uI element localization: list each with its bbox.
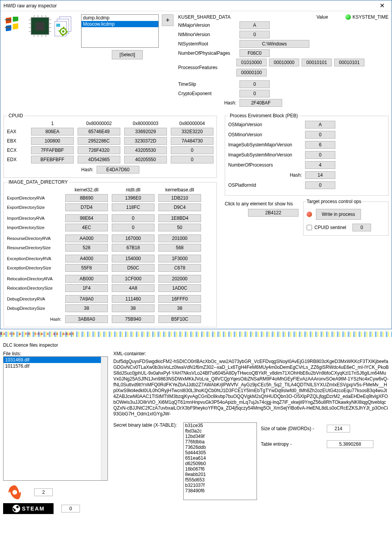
idd-cell[interactable]: 38	[158, 304, 201, 312]
idd-cell[interactable]: AA000	[65, 234, 108, 242]
xtable-entropy-value[interactable]: 5.3890268	[327, 440, 373, 448]
timeslip-value[interactable]: 0	[239, 80, 270, 88]
cpuid-cell[interactable]: 806EA	[31, 128, 74, 135]
dump-file-item[interactable]: dump.licdmp	[82, 15, 158, 21]
idd-hash-cell[interactable]: 75B940	[112, 315, 154, 323]
xtable-item[interactable]: 5d444305	[184, 450, 257, 455]
idd-cell[interactable]: 528	[65, 244, 108, 252]
idd-hash-cell[interactable]: 3AB8A0	[65, 315, 108, 323]
idd-cell[interactable]: 8B690	[65, 194, 108, 202]
cpuid-cell[interactable]: 7A484730	[171, 137, 213, 145]
cpuid-cell[interactable]: 726F4320	[78, 146, 120, 154]
cpuid-cell[interactable]: 33692029	[124, 128, 167, 135]
proc-feature-value[interactable]: 00000100	[236, 69, 267, 76]
cpuid-cell[interactable]: 0	[171, 156, 213, 163]
dump-file-item[interactable]: Moscow.licdmp	[82, 21, 158, 27]
cpuid-cell[interactable]: 332E3220	[171, 128, 213, 135]
xtable-item[interactable]: 651ea614	[184, 455, 257, 461]
idd-cell[interactable]: 201000	[158, 234, 201, 242]
idd-cell[interactable]: 1AD0C	[158, 284, 201, 292]
cpuid-sentinel-checkbox[interactable]	[307, 225, 312, 230]
cpuid-cell[interactable]: 3230372D	[124, 137, 167, 145]
idd-cell[interactable]: 1E8BD4	[158, 214, 201, 222]
cpuid-cell[interactable]: 100800	[31, 137, 74, 145]
idd-cell[interactable]: C678	[158, 264, 201, 272]
ksd-field-value[interactable]: C:\Windows	[239, 40, 309, 48]
peb-platform-value[interactable]: 0	[305, 181, 335, 189]
idd-cell[interactable]: AB000	[65, 275, 108, 283]
cpuid-hash-value[interactable]: E4DA7D60	[97, 166, 139, 174]
idd-cell[interactable]: D9C4	[158, 203, 201, 211]
ksd-field-value[interactable]: F06C0	[239, 49, 270, 57]
idd-cell[interactable]: 67B18	[112, 244, 154, 252]
cpuid-cell[interactable]: BFEBFBFF	[31, 156, 74, 163]
idd-cell[interactable]: 111460	[112, 295, 154, 303]
proc-feature-value[interactable]: 00010101	[334, 59, 364, 66]
idd-cell[interactable]: 568	[158, 244, 201, 252]
cpuid-cell[interactable]: 0	[171, 146, 213, 154]
cpuid-cell[interactable]: 7FFAFBBF	[31, 146, 74, 154]
idd-cell[interactable]: 1DB210	[158, 194, 201, 202]
idd-cell[interactable]: 38	[112, 304, 154, 312]
proc-feature-value[interactable]: 00010000	[269, 59, 299, 66]
ksd-field-value[interactable]: A	[239, 21, 270, 29]
idd-cell[interactable]: A4000	[65, 255, 108, 262]
xml-text[interactable]: Duf5dgQuysFDSwgdkicFM2-hSDICO0rIBAcXbOc_…	[113, 359, 389, 417]
peb-hash-value[interactable]: 14	[305, 171, 335, 179]
idd-cell[interactable]: D50C	[112, 264, 154, 272]
xtable-item[interactable]: 16b067f6	[184, 466, 257, 472]
idd-cell[interactable]: D7D4	[65, 203, 108, 211]
dlf-file-item[interactable]: 1031469.dlf	[3, 357, 108, 363]
idd-cell[interactable]: 98E64	[65, 214, 108, 222]
dlf-file-item[interactable]: 1011576.dlf	[3, 363, 108, 369]
add-file-button[interactable]: +	[162, 14, 173, 26]
idd-hash-cell[interactable]: B5F10C	[158, 315, 201, 323]
peb-field-value[interactable]: 0	[305, 151, 335, 159]
cpuid-cell[interactable]: 2952286C	[78, 137, 120, 145]
xtable-item[interactable]: 738490f6	[184, 488, 257, 493]
idd-cell[interactable]: 55F8	[65, 264, 108, 272]
cpuid-cell[interactable]: 4D542865	[78, 156, 120, 163]
idd-cell[interactable]: 1F3000	[158, 255, 201, 262]
write-in-process-button[interactable]: Write in process	[316, 209, 361, 220]
xtable-list[interactable]: b31ce35fbd3a2c12bd349f776fdbba73626ddb5d…	[183, 422, 257, 500]
xtable-size-value[interactable]: 214	[327, 425, 350, 433]
steam-count-value[interactable]: 0	[61, 505, 80, 512]
cpuid-cell[interactable]: 43205530	[124, 146, 167, 154]
xtable-item[interactable]: fbd3a2c	[184, 428, 257, 434]
xtable-item[interactable]: d62509b0	[184, 461, 257, 466]
idd-cell[interactable]: 154000	[112, 255, 154, 262]
origin-count-value[interactable]: 2	[34, 488, 53, 496]
xtable-item[interactable]: 776fdbba	[184, 439, 257, 445]
peb-field-value[interactable]: 4	[305, 161, 335, 169]
peb-field-value[interactable]: A	[305, 121, 335, 129]
idd-cell[interactable]: 7A9A0	[65, 295, 108, 303]
idd-cell[interactable]: 1CF000	[112, 275, 154, 283]
xtable-item[interactable]: 12bd349f	[184, 434, 257, 439]
idd-cell[interactable]: 118FC	[112, 203, 154, 211]
idd-cell[interactable]: 167000	[112, 234, 154, 242]
peb-field-value[interactable]: 6	[305, 141, 335, 149]
ksd-field-value[interactable]: 0	[239, 31, 270, 38]
idd-cell[interactable]: 1396E0	[112, 194, 154, 202]
click-value[interactable]: 2B4122	[248, 209, 298, 217]
idd-cell[interactable]: 0	[112, 214, 154, 222]
proc-feature-value[interactable]: 01010000	[236, 59, 267, 66]
close-icon[interactable]: ✕	[376, 2, 389, 9]
idd-cell[interactable]: 50	[158, 224, 201, 231]
scrollbar[interactable]	[101, 357, 108, 480]
idd-cell[interactable]: 4EC	[65, 224, 108, 231]
xtable-item[interactable]: b321037f	[184, 483, 257, 488]
xtable-item[interactable]: f555d653	[184, 477, 257, 483]
idd-cell[interactable]: 202000	[158, 275, 201, 283]
idd-cell[interactable]: 1F4	[65, 284, 108, 292]
idd-cell[interactable]: 16FFF0	[158, 295, 201, 303]
dlf-file-list[interactable]: 1031469.dlf1011576.dlf	[3, 356, 108, 481]
idd-cell[interactable]: 0	[112, 224, 154, 231]
xtable-item[interactable]: 8eabb201	[184, 472, 257, 477]
cpuid-cell[interactable]: 40205550	[124, 156, 167, 163]
select-button[interactable]: [Select]	[112, 50, 143, 59]
cpuid-cell[interactable]: 65746E49	[78, 128, 120, 135]
xtable-item[interactable]: b31ce35	[184, 423, 257, 428]
ksd-hash-value[interactable]: 2F40BAF	[239, 99, 282, 107]
